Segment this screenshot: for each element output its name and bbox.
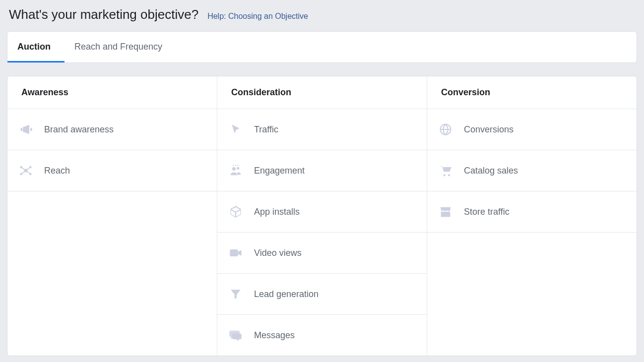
globe-icon: [438, 122, 453, 137]
column-conversion: Conversion Conversions Catalog sales Sto…: [427, 76, 637, 356]
funnel-icon: [228, 287, 243, 302]
svg-point-9: [238, 165, 239, 166]
svg-point-7: [233, 165, 234, 166]
chat-icon: [228, 328, 243, 343]
objective-engagement[interactable]: Engagement: [217, 150, 427, 191]
svg-rect-10: [230, 249, 238, 256]
objective-catalog-sales[interactable]: Catalog sales: [427, 150, 637, 191]
objective-label: App installs: [254, 207, 300, 217]
svg-point-6: [237, 167, 239, 170]
objective-brand-awareness[interactable]: Brand awareness: [7, 109, 217, 150]
people-icon: [228, 163, 243, 178]
help-link[interactable]: Help: Choosing an Objective: [207, 12, 308, 21]
objective-label: Store traffic: [464, 207, 510, 217]
tabs-card: Auction Reach and Frequency: [7, 31, 637, 63]
objectives-card: Awareness Brand awareness Reach Consider…: [7, 76, 637, 356]
cart-icon: [438, 163, 453, 178]
svg-point-13: [448, 174, 450, 176]
page-title: What's your marketing objective?: [9, 7, 198, 22]
package-icon: [228, 204, 243, 219]
cursor-icon: [228, 122, 243, 137]
objective-label: Lead generation: [254, 289, 319, 300]
header-row: What's your marketing objective? Help: C…: [7, 7, 637, 22]
network-icon: [18, 163, 33, 178]
objective-app-installs[interactable]: App installs: [217, 191, 427, 233]
objective-label: Traffic: [254, 124, 278, 135]
objective-label: Engagement: [254, 166, 305, 176]
objective-label: Conversions: [464, 124, 514, 135]
column-header-consideration: Consideration: [217, 76, 427, 109]
objective-label: Messages: [254, 330, 295, 341]
objective-video-views[interactable]: Video views: [217, 233, 427, 274]
svg-point-8: [235, 165, 236, 166]
objective-messages[interactable]: Messages: [217, 315, 427, 356]
objective-label: Catalog sales: [464, 166, 518, 176]
objective-traffic[interactable]: Traffic: [217, 109, 427, 150]
column-awareness: Awareness Brand awareness Reach: [7, 76, 217, 356]
tab-auction[interactable]: Auction: [7, 32, 64, 62]
objective-conversions[interactable]: Conversions: [427, 109, 637, 150]
tab-reach-frequency[interactable]: Reach and Frequency: [64, 32, 176, 62]
objective-label: Brand awareness: [44, 124, 114, 135]
column-header-awareness: Awareness: [7, 76, 217, 109]
column-consideration: Consideration Traffic Engagement App ins…: [217, 76, 427, 356]
store-icon: [438, 204, 453, 219]
objective-label: Reach: [44, 166, 70, 176]
svg-point-5: [232, 167, 236, 171]
objective-store-traffic[interactable]: Store traffic: [427, 191, 637, 233]
megaphone-icon: [18, 122, 33, 137]
svg-point-12: [444, 174, 446, 176]
objective-reach[interactable]: Reach: [7, 150, 217, 191]
column-header-conversion: Conversion: [427, 76, 637, 109]
objective-lead-generation[interactable]: Lead generation: [217, 274, 427, 315]
objective-label: Video views: [254, 248, 302, 258]
video-icon: [228, 245, 243, 260]
svg-point-14: [449, 214, 450, 215]
